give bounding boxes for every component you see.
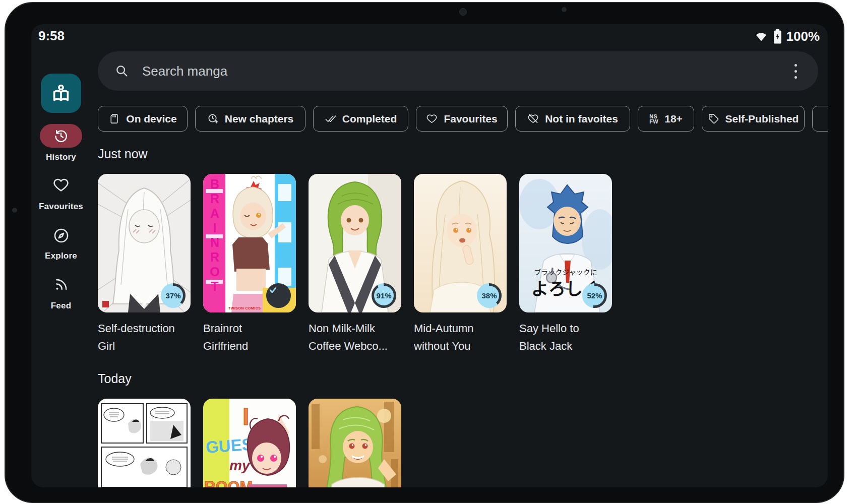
manga-cover: BRAINROT TWISON COMICS [203, 174, 296, 312]
manga-card-today-1[interactable] [98, 399, 191, 487]
cover-word-3: my [229, 458, 251, 473]
check-icon [266, 283, 280, 297]
search-icon [115, 64, 129, 78]
sidebar-label-feed: Feed [31, 301, 91, 311]
manga-cover: ブラックジャックに よろしく 52% [519, 174, 612, 312]
manga-card-self-destruction-girl[interactable]: 37% Self-destruction Girl [98, 174, 191, 355]
cover-title-jp-small: ブラックジャックに [534, 268, 597, 276]
rss-icon [53, 276, 69, 292]
progress-label: 91% [374, 286, 394, 305]
filter-chip-self-published[interactable]: Self-Published [702, 106, 805, 132]
sensor-dot [562, 7, 567, 12]
sd-card-icon [108, 113, 120, 124]
heart-icon [52, 176, 70, 194]
manga-title: Non Milk-Milk Coffee Webco... [309, 320, 401, 355]
filter-chip-completed[interactable]: Completed [313, 106, 408, 132]
nsfw-icon: NSFW [649, 114, 658, 124]
manga-title: Mid-Autumn without You [414, 320, 507, 355]
manga-cover: 37% [98, 174, 191, 312]
progress-badge: 52% [582, 283, 607, 308]
sidebar-label-history: History [31, 152, 91, 162]
sidebar-item-history[interactable] [40, 124, 82, 148]
tag-icon [708, 113, 719, 124]
filter-chip-18plus[interactable]: NSFW 18+ [638, 106, 694, 132]
heart-off-icon [527, 113, 539, 124]
progress-label: 38% [479, 286, 499, 305]
manga-card-non-milk-milk-coffee[interactable]: 91% Non Milk-Milk Coffee Webco... [309, 174, 401, 355]
search-bar[interactable]: Search manga [98, 51, 818, 91]
history-row-just-now: 37% Self-destruction Girl [98, 174, 612, 355]
manga-cover [98, 399, 191, 487]
filter-chip-label: Not in favoites [545, 113, 618, 125]
sidebar-item-feed[interactable] [31, 276, 91, 292]
progress-label: 52% [585, 286, 604, 305]
history-icon [53, 129, 69, 144]
filter-chip-not-in-favourites[interactable]: Not in favoites [515, 106, 630, 132]
front-camera-dot [459, 8, 467, 16]
app-logo-button[interactable] [41, 74, 81, 113]
side-mic-dot [12, 208, 17, 213]
section-title-just-now: Just now [98, 147, 148, 161]
filter-chip-favourites[interactable]: Favourites [416, 106, 508, 132]
filter-chip-label: Completed [342, 113, 397, 125]
manga-cover: 38% [414, 174, 507, 312]
sidebar-label-favourites: Favourites [31, 202, 91, 212]
filter-chip-label: Self-Published [725, 113, 799, 125]
filter-chip-label: New chapters [225, 113, 294, 125]
sidebar-label-explore: Explore [31, 251, 91, 261]
double-check-icon [325, 113, 336, 124]
manga-cover: I GUESS my ROOM MATE [203, 399, 296, 487]
filter-chip-new-chapters[interactable]: New chapters [195, 106, 305, 132]
progress-badge: 37% [161, 283, 186, 308]
manga-card-today-2[interactable]: I GUESS my ROOM MATE [203, 399, 296, 487]
progress-badge: 91% [372, 283, 396, 308]
manga-title: Say Hello to Black Jack [519, 320, 612, 355]
progress-badge: 38% [477, 283, 502, 308]
tablet-bezel: 9:58 100% [5, 2, 844, 503]
manga-cover: 91% [309, 174, 401, 312]
manga-card-today-3[interactable] [309, 399, 401, 487]
progress-label: 37% [163, 286, 183, 305]
filter-chip-label: 18+ [664, 113, 683, 125]
cover-publisher-text: TWISON COMICS [228, 306, 261, 310]
cover-word-1: I [242, 403, 249, 430]
manga-card-brainrot-girlfriend[interactable]: BRAINROT TWISON COMICS Brainrot Girlfrie… [203, 174, 296, 355]
screen: 9:58 100% [31, 24, 828, 487]
status-time: 9:58 [38, 28, 65, 44]
manga-card-mid-autumn-without-you[interactable]: 38% Mid-Autumn without You [414, 174, 507, 355]
heart-icon [426, 113, 438, 124]
filter-chip-label: On device [126, 113, 176, 125]
compass-icon [52, 227, 70, 244]
sidebar-item-favourites[interactable] [31, 176, 91, 194]
section-title-today: Today [98, 371, 132, 386]
filter-chip-label: Favourites [444, 113, 497, 125]
reader-logo-icon [49, 82, 73, 105]
manga-title: Self-destruction Girl [98, 320, 191, 355]
cover-title-vertical: BRAINROT [205, 177, 224, 310]
search-placeholder: Search manga [142, 64, 790, 79]
filter-chip-on-device[interactable]: On device [98, 106, 188, 132]
filter-chip-row: On device New chapters Completed [98, 106, 828, 132]
completed-badge [266, 283, 291, 308]
manga-title: Brainrot Girlfriend [203, 320, 296, 355]
sidebar-item-explore[interactable] [31, 227, 91, 244]
manga-cover [309, 399, 401, 487]
manga-card-say-hello-to-black-jack[interactable]: ブラックジャックに よろしく 52% Say Hello to Black Ja… [519, 174, 612, 355]
filter-chip-partial[interactable] [812, 106, 828, 132]
history-row-today: I GUESS my ROOM MATE [98, 399, 401, 487]
cover-word-4: ROOM [204, 478, 253, 487]
kebab-menu-icon[interactable] [790, 61, 801, 82]
clock-plus-icon [207, 113, 219, 124]
